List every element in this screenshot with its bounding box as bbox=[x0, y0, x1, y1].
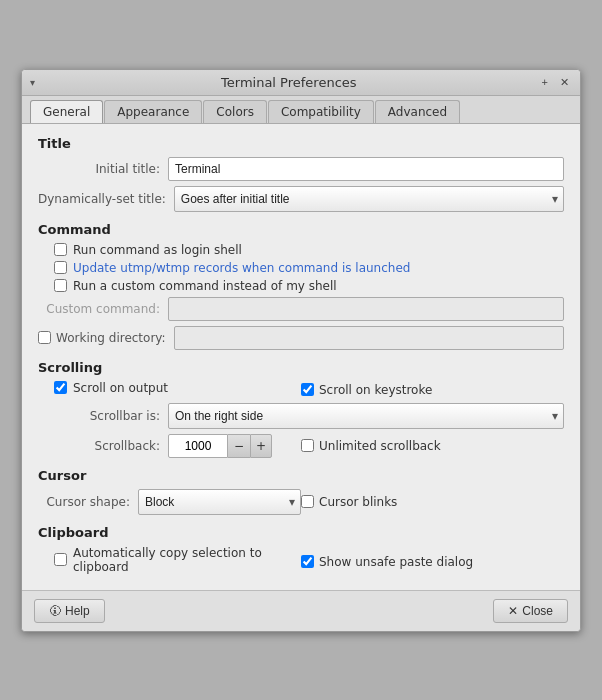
cursor-row: Cursor shape: Block Cursor blinks bbox=[38, 489, 564, 515]
cursor-shape-col: Cursor shape: Block bbox=[38, 489, 301, 515]
scroll-keystroke-label: Scroll on keystroke bbox=[319, 383, 432, 397]
unsafe-paste-col: Show unsafe paste dialog bbox=[301, 555, 564, 569]
titlebar-controls: + ✕ bbox=[539, 75, 572, 90]
initial-title-row: Initial title: bbox=[38, 157, 564, 181]
scrolling-section-heading: Scrolling bbox=[38, 360, 564, 375]
utmp-label: Update utmp/wtmp records when command is… bbox=[73, 261, 410, 275]
cursor-blinks-label: Cursor blinks bbox=[319, 495, 397, 509]
initial-title-label: Initial title: bbox=[38, 162, 168, 176]
custom-command-label: Custom command: bbox=[38, 302, 168, 316]
scroll-keystroke-col: Scroll on keystroke bbox=[301, 383, 564, 397]
cursor-shape-label: Cursor shape: bbox=[38, 495, 138, 509]
cursor-blinks-checkbox[interactable] bbox=[301, 495, 314, 508]
content-area: Title Initial title: Dynamically-set tit… bbox=[22, 124, 580, 590]
scroll-output-checkbox[interactable] bbox=[54, 381, 67, 394]
unsafe-paste-checkbox[interactable] bbox=[301, 555, 314, 568]
login-shell-label: Run command as login shell bbox=[73, 243, 242, 257]
tab-compatibility[interactable]: Compatibility bbox=[268, 100, 374, 123]
auto-copy-label: Automatically copy selection to clipboar… bbox=[73, 546, 301, 574]
tab-appearance[interactable]: Appearance bbox=[104, 100, 202, 123]
close-button[interactable]: ✕ Close bbox=[493, 599, 568, 623]
utmp-checkbox[interactable] bbox=[54, 261, 67, 274]
titlebar-center: Terminal Preferences bbox=[39, 75, 539, 90]
titlebar-arrow-icon: ▾ bbox=[30, 77, 35, 88]
cursor-blinks-col: Cursor blinks bbox=[301, 495, 564, 509]
working-dir-row: Working directory: bbox=[38, 326, 564, 350]
tab-general[interactable]: General bbox=[30, 100, 103, 123]
custom-command-checkbox[interactable] bbox=[54, 279, 67, 292]
dynamic-title-row: Dynamically-set title: Goes after initia… bbox=[38, 186, 564, 212]
working-dir-label: Working directory: bbox=[56, 331, 166, 345]
titlebar: ▾ Terminal Preferences + ✕ bbox=[22, 70, 580, 96]
scrollbar-select[interactable]: On the right side bbox=[168, 403, 564, 429]
command-section-heading: Command bbox=[38, 222, 564, 237]
login-shell-checkbox[interactable] bbox=[54, 243, 67, 256]
scrollbar-select-wrapper: On the right side bbox=[168, 403, 564, 429]
cursor-section-heading: Cursor bbox=[38, 468, 564, 483]
auto-copy-row: Automatically copy selection to clipboar… bbox=[38, 546, 301, 574]
dynamic-title-select[interactable]: Goes after initial title bbox=[174, 186, 564, 212]
close-label: Close bbox=[522, 604, 553, 618]
scrollback-left: Scrollback: − + bbox=[38, 434, 301, 458]
scroll-output-row: Scroll on output bbox=[38, 381, 301, 395]
title-section-heading: Title bbox=[38, 136, 564, 151]
dynamic-title-label: Dynamically-set title: bbox=[38, 192, 174, 206]
cursor-shape-select-wrapper: Block bbox=[138, 489, 301, 515]
help-button[interactable]: 🛈 Help bbox=[34, 599, 105, 623]
unlimited-scrollback-label: Unlimited scrollback bbox=[319, 439, 441, 453]
scrollback-label: Scrollback: bbox=[38, 439, 168, 453]
scroll-keystroke-checkbox[interactable] bbox=[301, 383, 314, 396]
window-title: Terminal Preferences bbox=[221, 75, 357, 90]
unsafe-paste-label: Show unsafe paste dialog bbox=[319, 555, 473, 569]
titlebar-left: ▾ bbox=[30, 77, 39, 88]
clipboard-row: Automatically copy selection to clipboar… bbox=[38, 546, 564, 578]
cursor-shape-select[interactable]: Block bbox=[138, 489, 301, 515]
maximize-button[interactable]: + bbox=[539, 75, 551, 89]
footer: 🛈 Help ✕ Close bbox=[22, 590, 580, 631]
help-icon: 🛈 bbox=[49, 604, 61, 618]
custom-command-row: Custom command: bbox=[38, 297, 564, 321]
custom-command-check-row: Run a custom command instead of my shell bbox=[38, 279, 564, 293]
custom-command-check-label: Run a custom command instead of my shell bbox=[73, 279, 337, 293]
scrollbar-row: Scrollbar is: On the right side bbox=[38, 403, 564, 429]
help-label: Help bbox=[65, 604, 90, 618]
scrollback-input[interactable] bbox=[168, 434, 228, 458]
tab-colors[interactable]: Colors bbox=[203, 100, 267, 123]
clipboard-section-heading: Clipboard bbox=[38, 525, 564, 540]
close-window-button[interactable]: ✕ bbox=[557, 75, 572, 90]
utmp-row: Update utmp/wtmp records when command is… bbox=[38, 261, 564, 275]
scroll-checks-row: Scroll on output Scroll on keystroke bbox=[38, 381, 564, 399]
working-dir-input bbox=[174, 326, 564, 350]
tab-bar: General Appearance Colors Compatibility … bbox=[22, 96, 580, 124]
scroll-output-col: Scroll on output bbox=[38, 381, 301, 399]
auto-copy-checkbox[interactable] bbox=[54, 553, 67, 566]
scrollback-right: Unlimited scrollback bbox=[301, 439, 564, 453]
working-dir-checkbox[interactable] bbox=[38, 331, 51, 344]
login-shell-row: Run command as login shell bbox=[38, 243, 564, 257]
scrollback-minus-button[interactable]: − bbox=[228, 434, 250, 458]
custom-command-input bbox=[168, 297, 564, 321]
dynamic-title-select-wrapper: Goes after initial title bbox=[174, 186, 564, 212]
terminal-preferences-window: ▾ Terminal Preferences + ✕ General Appea… bbox=[21, 69, 581, 632]
scrollback-plus-button[interactable]: + bbox=[250, 434, 272, 458]
tab-advanced[interactable]: Advanced bbox=[375, 100, 460, 123]
scrollbar-label: Scrollbar is: bbox=[38, 409, 168, 423]
scrollback-row: Scrollback: − + Unlimited scrollback bbox=[38, 434, 564, 458]
close-icon: ✕ bbox=[508, 604, 518, 618]
initial-title-input[interactable] bbox=[168, 157, 564, 181]
unlimited-scrollback-checkbox[interactable] bbox=[301, 439, 314, 452]
scroll-output-label: Scroll on output bbox=[73, 381, 168, 395]
auto-copy-col: Automatically copy selection to clipboar… bbox=[38, 546, 301, 578]
